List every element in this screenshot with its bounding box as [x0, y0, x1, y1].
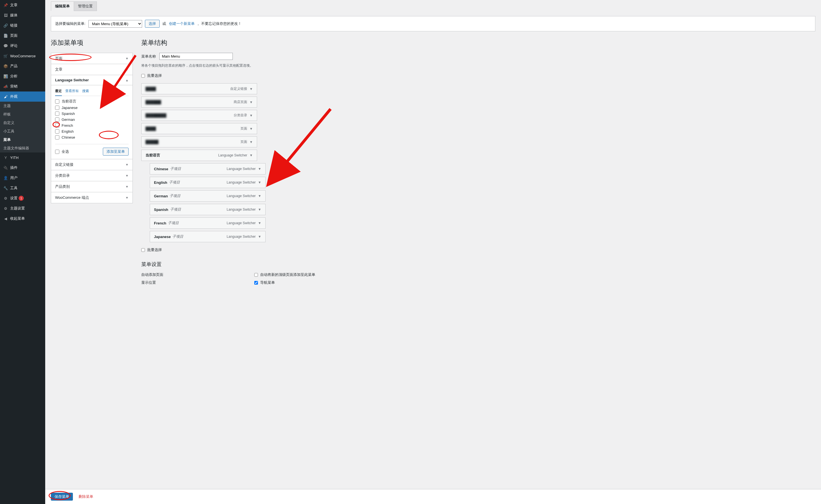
- chevron-down-icon[interactable]: ▼: [258, 194, 261, 198]
- sidebar-icon: 👤: [3, 175, 8, 181]
- chevron-down-icon[interactable]: ▼: [249, 114, 253, 117]
- menu-name-input[interactable]: [159, 53, 233, 60]
- check-row-4[interactable]: French: [55, 123, 128, 128]
- accordion-head-1[interactable]: 文章▼: [51, 64, 132, 75]
- menu-select[interactable]: Main Menu (导航菜单): [88, 20, 142, 28]
- sidebar-submenu-item-2[interactable]: 自定义: [0, 119, 45, 127]
- check-row-5[interactable]: English: [55, 129, 128, 134]
- select-all-row[interactable]: 全选: [55, 149, 69, 154]
- accordion-head-0[interactable]: 页面▼: [51, 53, 132, 64]
- menu-item-11[interactable]: Japanese子项目Language Switcher▼: [150, 231, 265, 242]
- admin-sidebar: 📌文章🖼媒体🔗链接📄页面💬评论🛒WooCommerce📦产品📊分析📣营销🖌外观主…: [0, 0, 45, 504]
- sidebar-item-2[interactable]: 🔗链接: [0, 20, 45, 30]
- menu-item-type: 页面▼: [240, 126, 253, 131]
- sidebar-item-0[interactable]: 📌文章: [0, 0, 45, 10]
- chevron-down-icon[interactable]: ▼: [249, 87, 253, 91]
- sub-tab-1[interactable]: 查看所有: [65, 89, 79, 93]
- sub-tab-0[interactable]: 最近: [55, 89, 62, 96]
- menu-item-5[interactable]: 当前语言Language Switcher▼: [141, 150, 257, 161]
- menu-item-subtitle: 子项目: [168, 221, 179, 226]
- chevron-down-icon: ▼: [125, 163, 128, 166]
- menu-item-3[interactable]: ████页面▼: [141, 123, 257, 134]
- sidebar-item-9[interactable]: 🖌外观: [0, 91, 45, 102]
- select-all-checkbox[interactable]: [55, 150, 59, 154]
- position-checkbox[interactable]: [254, 281, 258, 285]
- sidebar-item-5[interactable]: 🛒WooCommerce: [0, 51, 45, 61]
- add-to-menu-button[interactable]: 添加至菜单: [103, 148, 128, 156]
- checkbox[interactable]: [55, 135, 59, 139]
- sidebar-label: 用户: [10, 175, 18, 180]
- delete-menu-link[interactable]: 删除菜单: [79, 494, 93, 499]
- check-row-2[interactable]: Spanish: [55, 112, 128, 116]
- checkbox[interactable]: [55, 123, 59, 128]
- checkbox[interactable]: [55, 99, 59, 104]
- check-row-0[interactable]: 当前语言: [55, 99, 128, 104]
- menu-item-7[interactable]: English子项目Language Switcher▼: [150, 177, 265, 188]
- chevron-down-icon[interactable]: ▼: [249, 127, 253, 131]
- menu-item-1[interactable]: ██████商店页面▼: [141, 97, 257, 108]
- accordion-head-2[interactable]: Language Switcher▲: [51, 75, 132, 85]
- chevron-down-icon[interactable]: ▼: [249, 100, 253, 104]
- select-button[interactable]: 选择: [145, 20, 160, 28]
- position-check-row[interactable]: 导航菜单: [254, 280, 275, 285]
- menu-item-6[interactable]: Chinese子项目Language Switcher▼: [150, 163, 265, 174]
- chevron-down-icon[interactable]: ▼: [258, 180, 261, 184]
- sidebar-item-15[interactable]: ⚙主题设置: [0, 203, 45, 213]
- auto-add-checkbox[interactable]: [254, 273, 258, 277]
- menu-item-4[interactable]: █████页面▼: [141, 136, 257, 147]
- sidebar-item-11[interactable]: 🔌插件: [0, 163, 45, 173]
- menu-item-8[interactable]: German子项目Language Switcher▼: [150, 190, 265, 202]
- sidebar-item-16[interactable]: ◀收起菜单: [0, 213, 45, 224]
- sidebar-item-1[interactable]: 🖼媒体: [0, 10, 45, 20]
- add-items-title: 添加菜单项: [51, 38, 133, 47]
- chevron-down-icon[interactable]: ▼: [249, 153, 253, 157]
- sidebar-item-4[interactable]: 💬评论: [0, 41, 45, 51]
- chevron-down-icon[interactable]: ▼: [258, 208, 261, 211]
- sidebar-submenu-item-5[interactable]: 主题文件编辑器: [0, 144, 45, 152]
- sub-tab-2[interactable]: 搜索: [82, 89, 89, 93]
- menu-item-2[interactable]: ████████分类目录▼: [141, 110, 257, 121]
- checkbox[interactable]: [55, 129, 59, 134]
- check-row-6[interactable]: Chinese: [55, 135, 128, 139]
- check-row-3[interactable]: German: [55, 117, 128, 122]
- chevron-down-icon[interactable]: ▼: [249, 140, 253, 144]
- sidebar-item-3[interactable]: 📄页面: [0, 30, 45, 41]
- menu-item-title: English子项目: [154, 180, 180, 185]
- notification-badge: 1: [19, 196, 24, 201]
- sidebar-submenu-item-0[interactable]: 主题: [0, 102, 45, 110]
- chevron-down-icon[interactable]: ▼: [258, 235, 261, 239]
- sidebar-item-12[interactable]: 👤用户: [0, 173, 45, 183]
- sidebar-item-8[interactable]: 📣营销: [0, 81, 45, 91]
- tab-0[interactable]: 编辑菜单: [51, 1, 74, 11]
- menu-item-10[interactable]: French子项目Language Switcher▼: [150, 217, 265, 229]
- tab-1[interactable]: 管理位置: [74, 1, 97, 11]
- menu-item-title: French子项目: [154, 221, 179, 226]
- tabs: 编辑菜单管理位置: [51, 1, 815, 11]
- accordion-head-3[interactable]: 自定义链接▼: [51, 159, 132, 170]
- sidebar-item-14[interactable]: ⚙设置1: [0, 193, 45, 203]
- sidebar-item-7[interactable]: 📊分析: [0, 71, 45, 81]
- accordion-head-6[interactable]: WooCommerce 端点▼: [51, 192, 132, 203]
- save-menu-button[interactable]: 保存菜单: [51, 493, 73, 501]
- create-menu-link[interactable]: 创建一个新菜单: [169, 21, 195, 26]
- bulk-select-top[interactable]: [141, 74, 145, 78]
- auto-add-check-row[interactable]: 自动将新的顶级页面添加至此菜单: [254, 272, 315, 277]
- checkbox[interactable]: [55, 112, 59, 116]
- accordion-label: 分类目录: [55, 173, 70, 178]
- sidebar-submenu-item-1[interactable]: 样板: [0, 110, 45, 119]
- menu-item-9[interactable]: Spanish子项目Language Switcher▼: [150, 204, 265, 215]
- sidebar-submenu-item-3[interactable]: 小工具: [0, 127, 45, 136]
- accordion-head-5[interactable]: 产品类别▼: [51, 181, 132, 192]
- check-row-1[interactable]: Japanese: [55, 106, 128, 110]
- sidebar-submenu-item-4[interactable]: 菜单: [0, 136, 45, 144]
- checkbox[interactable]: [55, 106, 59, 110]
- accordion-head-4[interactable]: 分类目录▼: [51, 170, 132, 181]
- sidebar-item-6[interactable]: 📦产品: [0, 61, 45, 71]
- sidebar-item-10[interactable]: YYITH: [0, 152, 45, 163]
- sidebar-item-13[interactable]: 🔧工具: [0, 183, 45, 193]
- bulk-select-bottom[interactable]: [141, 248, 145, 252]
- chevron-down-icon[interactable]: ▼: [258, 221, 261, 225]
- menu-item-0[interactable]: ████自定义链接▼: [141, 83, 257, 94]
- chevron-down-icon[interactable]: ▼: [258, 167, 261, 171]
- checkbox[interactable]: [55, 117, 59, 122]
